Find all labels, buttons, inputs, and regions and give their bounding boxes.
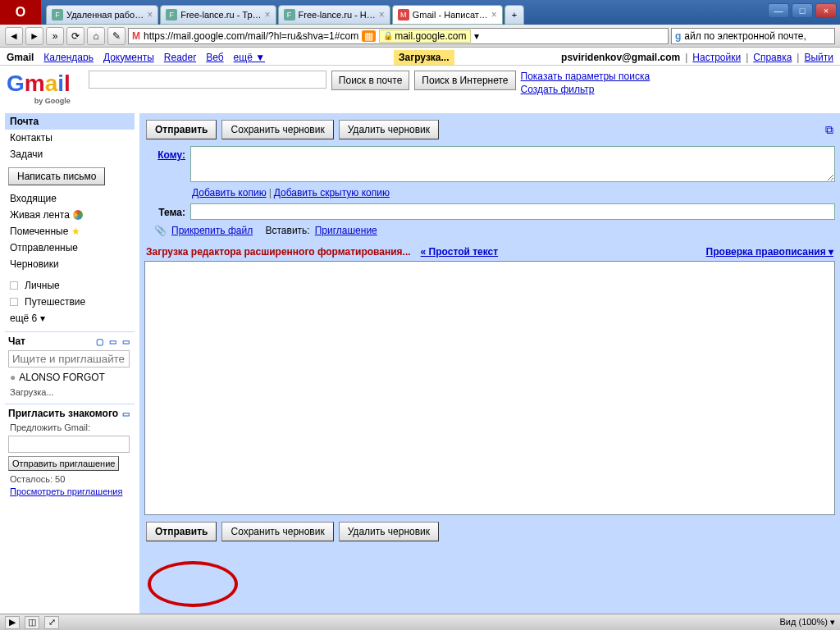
close-icon[interactable]: × [491, 9, 497, 21]
rte-loading-text: Загрузка редактора расширенного форматир… [146, 246, 411, 258]
tab-4-active[interactable]: MGmail - Написат…× [392, 5, 503, 25]
spellcheck-link[interactable]: Проверка правописания ▾ [706, 246, 833, 258]
to-label-link[interactable]: Кому: [158, 149, 185, 161]
help-link[interactable]: Справка [753, 52, 792, 63]
gbar-reader[interactable]: Reader [164, 52, 196, 63]
gbar-docs[interactable]: Документы [103, 52, 154, 63]
gmail-icon: M [132, 30, 140, 42]
search-web-button[interactable]: Поиск в Интернете [414, 71, 515, 90]
invites-remaining: Осталось: 50 [5, 472, 135, 486]
save-draft-button-top[interactable]: Сохранить черновик [221, 120, 333, 139]
search-mail-button[interactable]: Поиск в почте [331, 71, 410, 90]
back-button[interactable]: ◄ [5, 27, 23, 45]
chat-controls[interactable]: ▢ ▭ ▭ [96, 337, 131, 346]
close-icon[interactable]: × [147, 9, 153, 21]
nav-toolbar: ◄ ► » ⟳ ⌂ ✎ M https://mail.google.com/ma… [0, 25, 840, 48]
sidebar-mail[interactable]: Почта [5, 113, 135, 130]
favicon: M [398, 9, 409, 21]
maximize-button[interactable]: □ [792, 3, 813, 18]
compose-pane: Отправить Сохранить черновик Удалить чер… [139, 113, 840, 614]
gbar-calendar[interactable]: Календарь [43, 52, 94, 63]
rss-icon[interactable]: ▦ [362, 30, 376, 42]
sidebar-inbox[interactable]: Входящие [5, 190, 135, 207]
add-bcc-link[interactable]: Добавить скрытую копию [274, 187, 390, 199]
compose-button[interactable]: Написать письмо [8, 167, 105, 185]
mail-search-input[interactable] [89, 71, 326, 89]
gbar-web[interactable]: Веб [206, 52, 223, 63]
close-icon[interactable]: × [379, 9, 385, 21]
view-zoom-label[interactable]: Вид (100%) ▾ [780, 617, 835, 628]
browser-statusbar: ▶ ◫ ⤢ Вид (100%) ▾ [0, 614, 840, 630]
tab-3[interactable]: FFree-lance.ru - Н…× [278, 5, 390, 25]
sidebar-drafts[interactable]: Черновики [5, 256, 135, 272]
address-bar[interactable]: M https://mail.google.com/mail/?hl=ru&sh… [128, 28, 669, 44]
panel-toggle-button[interactable]: ▶ [5, 616, 20, 629]
view-invites-link[interactable]: Просмотреть приглашения [5, 486, 127, 496]
send-button-top[interactable]: Отправить [146, 120, 217, 139]
subject-input[interactable] [190, 203, 835, 220]
discard-button-top[interactable]: Удалить черновик [339, 120, 439, 139]
gmail-logo[interactable]: Gmail by Google [7, 71, 71, 105]
browser-search[interactable]: g айл по электронной почте, [671, 28, 835, 44]
invite-email-input[interactable] [8, 436, 130, 453]
invite-sublabel: Предложить Gmail: [5, 421, 135, 434]
sidebar-label-travel[interactable]: Путешествие [5, 294, 135, 310]
insert-invitation-link[interactable]: Приглашение [315, 225, 377, 236]
close-icon[interactable]: × [265, 9, 271, 21]
add-cc-link[interactable]: Добавить копию [192, 187, 267, 199]
reload-button[interactable]: ⟳ [66, 27, 84, 45]
plain-text-link[interactable]: « Простой текст [421, 246, 499, 258]
tab-label: Free-lance.ru - Тр… [180, 10, 261, 20]
tab-1[interactable]: FУдаленная рабо…× [46, 5, 158, 25]
chat-search-input[interactable] [8, 350, 130, 368]
settings-link[interactable]: Настройки [692, 52, 741, 63]
opera-menu-button[interactable]: O [0, 0, 41, 25]
google-bar: Gmail Календарь Документы Reader Веб ещё… [0, 48, 840, 66]
zoom-button[interactable]: ⤢ [44, 616, 59, 629]
send-button-bottom[interactable]: Отправить [146, 522, 217, 541]
sidebar-sent[interactable]: Отправленные [5, 240, 135, 256]
forward-button[interactable]: ► [25, 27, 43, 45]
new-tab-button[interactable]: + [504, 5, 524, 25]
to-input[interactable] [190, 146, 835, 182]
sidebar-contacts[interactable]: Контакты [5, 130, 135, 146]
tab-label: Free-lance.ru - Н… [299, 10, 376, 20]
search-options-link[interactable]: Показать параметры поиска [521, 71, 651, 82]
chat-contact[interactable]: ● ALONSO FORGOT [5, 369, 135, 386]
gbar-more[interactable]: ещё ▼ [234, 52, 265, 63]
tab-2[interactable]: FFree-lance.ru - Тр…× [160, 5, 276, 25]
home-button[interactable]: ⌂ [87, 27, 105, 45]
dropdown-icon[interactable]: ▾ [474, 30, 479, 42]
tab-label: Gmail - Написат… [413, 10, 488, 20]
sidebar-label-personal[interactable]: Личные [5, 277, 135, 294]
fast-forward-button[interactable]: » [46, 27, 64, 45]
attach-file-link[interactable]: Прикрепить файл [171, 225, 253, 236]
save-draft-button-bottom[interactable]: Сохранить черновик [221, 522, 333, 541]
security-domain[interactable]: 🔒mail.google.com [379, 30, 470, 43]
wand-button[interactable]: ✎ [107, 27, 126, 45]
browser-titlebar: O FУдаленная рабо…× FFree-lance.ru - Тр…… [0, 0, 840, 25]
send-invite-button[interactable]: Отправить приглашение [8, 456, 119, 471]
label-color-icon [10, 298, 18, 306]
gmail-header: Gmail by Google Поиск в почте Поиск в Ин… [0, 66, 840, 113]
minimize-button[interactable]: — [768, 3, 789, 18]
window-close-button[interactable]: × [815, 3, 837, 18]
search-text: айл по электронной почте, [684, 30, 806, 42]
popout-icon[interactable]: ⧉ [825, 123, 833, 137]
favicon: F [166, 9, 177, 21]
insert-label: Вставить: [265, 225, 309, 236]
sidebar-more-labels[interactable]: ещё 6 ▾ [5, 310, 135, 326]
buzz-icon [73, 210, 83, 220]
sidebar-tasks[interactable]: Задачи [5, 146, 135, 162]
message-body-editor[interactable] [144, 261, 835, 515]
sidebar-buzz[interactable]: Живая лента [5, 207, 135, 223]
invite-collapse[interactable]: ▭ [122, 409, 131, 418]
chat-header: Чат▢ ▭ ▭ [5, 331, 135, 349]
discard-button-bottom[interactable]: Удалить черновик [339, 522, 439, 541]
create-filter-link[interactable]: Создать фильтр [521, 84, 595, 95]
fit-width-button[interactable]: ◫ [25, 616, 39, 629]
signout-link[interactable]: Выйти [804, 52, 833, 63]
gbar-gmail[interactable]: Gmail [7, 52, 34, 63]
sidebar-starred[interactable]: Помеченные ★ [5, 223, 135, 240]
favicon: F [284, 9, 295, 21]
